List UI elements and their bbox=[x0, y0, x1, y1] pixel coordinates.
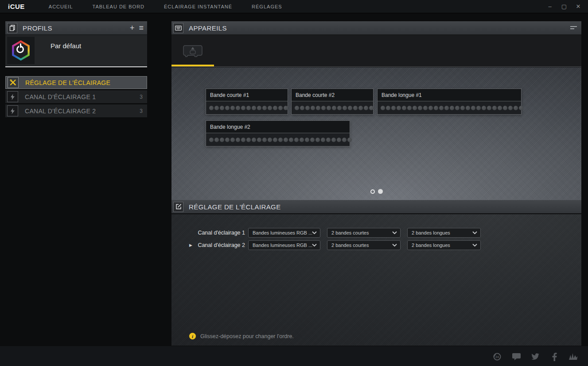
channel1-type-select[interactable]: Bandes lumineuses RGB ... bbox=[248, 228, 320, 238]
icue-window: iCUE ACCUEIL TABLEAU DE BORD ÉCLAIRAGE I… bbox=[0, 0, 588, 366]
led-dot bbox=[295, 106, 299, 110]
strip-label: Bande courte #1 bbox=[206, 89, 288, 101]
led-dot bbox=[246, 138, 251, 142]
nav-eclairage-instantane[interactable]: ÉCLAIRAGE INSTANTANÉ bbox=[164, 4, 232, 9]
nav-reglages[interactable]: RÉGLAGES bbox=[252, 4, 282, 9]
led-dot bbox=[358, 106, 363, 110]
led-dot bbox=[337, 138, 341, 142]
window-controls: – ▢ ✕ bbox=[546, 0, 582, 13]
device-count-badge: 3 bbox=[140, 108, 143, 114]
profile-menu-icon[interactable]: ≡ bbox=[139, 24, 144, 32]
expand-arrow-icon[interactable]: ▶ bbox=[189, 243, 193, 247]
nav-tableau-de-bord[interactable]: TABLEAU DE BORD bbox=[93, 4, 145, 9]
select-value: 2 bandes longues bbox=[412, 243, 450, 248]
keyboard-icon bbox=[173, 23, 183, 33]
channel2-short-strips-select[interactable]: 2 bandes courtes bbox=[327, 240, 401, 250]
strip-label: Bande courte #2 bbox=[292, 89, 373, 101]
support-24-icon[interactable]: 24 bbox=[492, 352, 502, 361]
channel2-type-select[interactable]: Bandes lumineuses RGB ... bbox=[248, 240, 320, 250]
device-options-icon[interactable] bbox=[570, 26, 577, 30]
led-dot bbox=[498, 106, 502, 110]
led-dot bbox=[444, 106, 449, 110]
strip-label: Bande longue #1 bbox=[378, 89, 521, 101]
led-dot bbox=[487, 106, 491, 110]
close-icon[interactable]: ✕ bbox=[575, 0, 582, 13]
led-dot bbox=[353, 106, 358, 110]
led-dot bbox=[386, 106, 390, 110]
led-dot bbox=[273, 138, 277, 142]
led-strip[interactable]: Bande courte #2 bbox=[291, 89, 374, 115]
led-dot bbox=[332, 106, 336, 110]
sidebar-item-label: CANAL D'ÉCLAIRAGE 2 bbox=[25, 108, 96, 115]
led-dot bbox=[508, 106, 513, 110]
led-dot bbox=[434, 106, 438, 110]
select-value: Bandes lumineuses RGB ... bbox=[253, 243, 312, 248]
led-dot bbox=[257, 138, 261, 142]
led-dot bbox=[294, 138, 299, 142]
tools-icon bbox=[8, 77, 19, 88]
sidebar-item-canal-1[interactable]: CANAL D'ÉCLAIRAGE 1 3 bbox=[5, 90, 147, 103]
led-dot bbox=[321, 138, 325, 142]
led-dot bbox=[342, 138, 347, 142]
strip-leds bbox=[292, 101, 373, 114]
maximize-icon[interactable]: ▢ bbox=[561, 0, 568, 13]
corsair-icon[interactable] bbox=[569, 352, 578, 361]
add-profile-icon[interactable]: + bbox=[130, 24, 135, 32]
channel1-long-strips-select[interactable]: 2 bandes longues bbox=[407, 228, 481, 238]
led-dot bbox=[423, 106, 428, 110]
channel-label: Canal d'éclairage 2 bbox=[193, 242, 245, 248]
led-dot bbox=[407, 106, 412, 110]
led-dot bbox=[262, 106, 267, 110]
led-strip[interactable]: Bande courte #1 bbox=[206, 89, 288, 115]
tab-lighting-controller[interactable] bbox=[171, 35, 214, 66]
led-dot bbox=[300, 106, 304, 110]
minimize-icon[interactable]: – bbox=[546, 0, 553, 13]
sidebar-item-canal-2[interactable]: CANAL D'ÉCLAIRAGE 2 3 bbox=[5, 104, 147, 117]
sidebar-item-reglage-eclairage[interactable]: RÉGLAGE DE L'ÉCLAIRAGE bbox=[5, 76, 147, 89]
icue-logo: iCUE bbox=[8, 3, 25, 10]
led-dot bbox=[241, 138, 245, 142]
device-tabbar bbox=[171, 35, 581, 67]
led-strip[interactable]: Bande longue #2 bbox=[206, 120, 350, 146]
profile-item-par-defaut[interactable]: Par défaut bbox=[5, 35, 147, 66]
led-dot bbox=[289, 138, 293, 142]
profiles-title: PROFILS bbox=[23, 24, 52, 32]
led-dot bbox=[428, 106, 433, 110]
led-dot bbox=[402, 106, 406, 110]
led-dot bbox=[519, 106, 523, 110]
channel2-long-strips-select[interactable]: 2 bandes longues bbox=[407, 240, 481, 250]
page-dot-2[interactable] bbox=[378, 189, 383, 194]
led-dot bbox=[241, 106, 245, 110]
led-dot bbox=[262, 138, 267, 142]
footer-bar: 24 bbox=[0, 346, 588, 366]
led-dot bbox=[466, 106, 470, 110]
led-dot bbox=[268, 138, 272, 142]
led-dot bbox=[220, 106, 224, 110]
led-dot bbox=[391, 106, 396, 110]
led-dot bbox=[230, 106, 235, 110]
led-dot bbox=[348, 106, 352, 110]
icue-hex-logo-icon bbox=[11, 40, 31, 61]
led-strip[interactable]: Bande longue #1 bbox=[377, 89, 522, 115]
twitter-icon[interactable] bbox=[530, 352, 540, 361]
strip-leds bbox=[378, 101, 521, 114]
led-dot bbox=[418, 106, 422, 110]
bolt-icon bbox=[7, 91, 18, 102]
led-dot bbox=[278, 106, 283, 110]
led-dot bbox=[326, 138, 331, 142]
led-dot bbox=[364, 106, 368, 110]
device-canvas: Bande courte #1 Bande courte #2 Bande lo… bbox=[171, 67, 581, 200]
led-dot bbox=[327, 106, 331, 110]
facebook-icon[interactable] bbox=[549, 352, 559, 361]
channel1-short-strips-select[interactable]: 2 bandes courtes bbox=[327, 228, 401, 238]
led-dot bbox=[450, 106, 454, 110]
page-dot-1[interactable] bbox=[370, 189, 375, 194]
profile-name: Par défaut bbox=[51, 42, 81, 66]
led-dot bbox=[413, 106, 417, 110]
led-dot bbox=[316, 106, 320, 110]
info-icon: i bbox=[189, 333, 196, 339]
led-dot bbox=[439, 106, 444, 110]
main-nav: ACCUEIL TABLEAU DE BORD ÉCLAIRAGE INSTAN… bbox=[49, 4, 282, 9]
nav-accueil[interactable]: ACCUEIL bbox=[49, 4, 73, 9]
feedback-icon[interactable] bbox=[511, 352, 521, 361]
